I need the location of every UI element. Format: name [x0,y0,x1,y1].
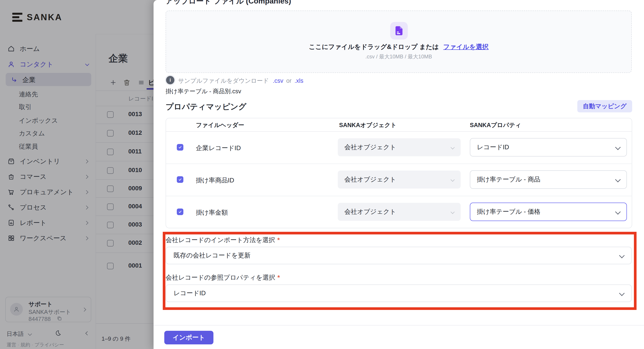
object-select[interactable]: 会社オブジェクト [338,203,461,221]
uploaded-filename: 掛け率テーブル - 商品別.csv [166,87,241,95]
browse-files-link[interactable]: ファイルを選択 [443,43,488,50]
modal-footer-divider [154,325,644,325]
chevron-down-icon [615,144,620,150]
mapping-checkbox[interactable] [177,144,183,151]
chevron-down-icon [619,253,624,258]
auto-mapping-button[interactable]: 自動マッピング [577,100,632,112]
sample-csv-link[interactable]: .csv [273,78,283,84]
required-mark: * [277,236,280,243]
object-select[interactable]: 会社オブジェクト [338,171,461,189]
file-header-cell: 掛け率商品ID [196,176,234,185]
chevron-down-icon [450,178,454,182]
dropzone-hint: .csv / 最大10MB / 最大10MB [166,53,632,60]
sample-file-row: サンプルファイルをダウンロード .csv or .xls [178,77,303,85]
property-select[interactable]: 掛け率テーブル - 商品 [470,170,627,189]
app-screen: SANKA ホーム コンタクト 企業 連絡先 取引 インボックス カスタム 従業… [0,0,644,349]
sample-xls-link[interactable]: .xls [294,78,303,84]
mapping-checkbox[interactable] [177,208,183,215]
info-icon: i [166,76,174,84]
chevron-down-icon [615,177,620,182]
dropzone-text: ここにファイルをドラッグ&ドロップ または ファイルを選択 [166,43,632,51]
col-sanka-property: SANKAプロパティ [470,121,521,129]
object-select[interactable]: 会社オブジェクト [338,138,461,156]
file-header-cell: 掛け率金額 [196,208,228,217]
property-select[interactable]: レコードID [470,138,627,157]
modal-title: アップロード ファイル (Companies) [166,0,291,6]
reference-property-select[interactable]: レコードID [166,284,632,302]
file-dropzone[interactable] [166,11,632,73]
property-select-focused[interactable]: 掛け率テーブル - 価格 [470,203,627,221]
chevron-down-icon [450,210,454,214]
import-button[interactable]: インポート [164,331,214,344]
import-method-label: 会社レコードのインポート方法を選択* [166,236,280,244]
required-mark: * [278,274,280,281]
reference-property-label: 会社レコードの参照プロパティを選択* [166,273,280,282]
import-method-select[interactable]: 既存の会社レコードを更新 [166,247,632,264]
chevron-down-icon [619,290,624,296]
col-file-header: ファイルヘッダー [196,121,244,129]
chevron-down-icon [450,145,454,149]
file-header-cell: 企業レコードID [196,144,241,153]
mapping-checkbox[interactable] [177,176,183,183]
property-mapping-heading: プロパティマッピング [166,101,246,112]
file-icon [390,22,408,40]
col-sanka-object: SANKAオブジェクト [339,121,396,129]
chevron-down-icon [615,209,620,214]
